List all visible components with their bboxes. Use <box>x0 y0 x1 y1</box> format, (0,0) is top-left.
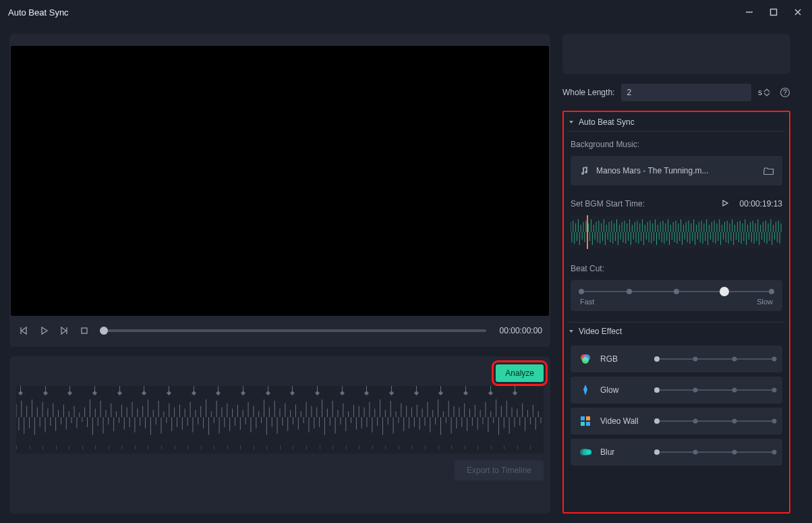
music-note-icon <box>579 165 589 176</box>
play-button[interactable] <box>38 325 50 337</box>
analyze-wrap: Analyze <box>16 364 544 382</box>
maximize-icon <box>770 8 778 16</box>
timeline-panel: Analyze Export to Timeline <box>9 356 550 514</box>
close-button[interactable] <box>792 6 804 18</box>
window-title: Auto Beat Sync <box>8 7 743 18</box>
preview-panel: 00:00:00:00 <box>9 34 550 347</box>
stop-button[interactable] <box>78 325 90 337</box>
effect-video-wall-slider[interactable] <box>657 420 774 422</box>
maximize-button[interactable] <box>767 6 780 18</box>
timeline-ruler <box>16 443 544 452</box>
whole-length-row: Whole Length: s <box>562 84 790 101</box>
section-auto-beat-sync-header[interactable]: Auto Beat Sync <box>568 113 785 132</box>
bgm-start-row: Set BGM Start Time: 00:00:19:13 <box>571 199 782 209</box>
beat-cut-slider-row: Fast Slow <box>571 280 782 311</box>
effect-blur-icon <box>579 445 592 459</box>
stop-icon <box>80 326 89 335</box>
effect-glow-slider[interactable] <box>657 389 774 391</box>
audio-track[interactable] <box>16 386 544 453</box>
section-video-effect-title: Video Effect <box>579 327 622 336</box>
effect-rgb-label: RGB <box>600 354 649 364</box>
effect-rgb-slider[interactable] <box>657 358 774 360</box>
effect-row-video-wall[interactable]: Video Wall <box>571 408 782 435</box>
effect-rgb-icon <box>579 352 592 366</box>
svg-rect-9 <box>586 422 590 426</box>
effect-video-wall-icon <box>579 414 592 428</box>
playback-bar: 00:00:00:00 <box>11 316 549 346</box>
window-controls <box>743 6 804 18</box>
svg-rect-8 <box>581 422 585 426</box>
whole-length-spinner[interactable] <box>763 88 773 97</box>
chevron-down-icon <box>568 119 575 126</box>
svg-point-5 <box>582 357 589 364</box>
unit-label: s <box>758 88 762 97</box>
seek-thumb[interactable] <box>100 327 108 335</box>
bgm-start-time: 00:00:19:13 <box>740 199 782 209</box>
play-icon <box>39 326 49 335</box>
background-music-row[interactable]: Manos Mars - The Tunning.m... <box>571 156 782 186</box>
help-button[interactable] <box>780 87 790 98</box>
whole-length-label: Whole Length: <box>562 88 614 97</box>
svg-rect-6 <box>581 416 585 420</box>
beat-cut-slider[interactable] <box>581 291 772 292</box>
effect-row-blur[interactable]: Blur <box>571 439 782 466</box>
timecode-display: 00:00:00:00 <box>500 326 542 335</box>
svg-rect-1 <box>82 328 87 333</box>
chevron-down-icon <box>568 328 575 335</box>
export-button[interactable]: Export to Timeline <box>455 460 544 480</box>
beat-cut-fast-label: Fast <box>580 298 594 306</box>
section-auto-beat-sync-body: Background Music: Manos Mars - The Tunni… <box>568 132 785 322</box>
step-back-button[interactable] <box>18 325 30 337</box>
svg-rect-7 <box>586 416 590 420</box>
waveform-green-icon <box>571 215 782 249</box>
effect-row-rgb[interactable]: RGB <box>571 346 782 373</box>
inspector-top-box <box>562 34 790 74</box>
svg-point-12 <box>586 449 591 455</box>
help-icon <box>780 87 790 98</box>
effect-blur-label: Blur <box>600 447 649 457</box>
waveform-icon <box>16 394 544 440</box>
titlebar: Auto Beat Sync <box>0 0 812 24</box>
section-auto-beat-sync-title: Auto Beat Sync <box>579 117 635 127</box>
step-forward-icon <box>59 326 69 335</box>
seek-slider[interactable] <box>104 329 486 332</box>
preview-column: 00:00:00:00 Analyze Ex <box>0 24 560 523</box>
bgm-play-button[interactable] <box>721 199 730 209</box>
effect-glow-icon <box>579 383 592 397</box>
effect-blur-slider[interactable] <box>657 451 774 453</box>
step-back-icon <box>19 326 28 335</box>
bgm-playhead[interactable] <box>587 215 588 249</box>
bgm-start-label: Set BGM Start Time: <box>571 199 645 209</box>
minimize-button[interactable] <box>743 6 755 18</box>
inspector-column: Whole Length: s Auto Beat Sync Backgroun… <box>560 24 803 523</box>
beat-cut-group: Beat Cut: Fast Slow <box>571 264 782 311</box>
step-forward-button[interactable] <box>58 325 70 337</box>
section-video-effect-body: RGB Glow <box>568 340 785 467</box>
settings-panel: Auto Beat Sync Background Music: Manos M… <box>562 111 790 514</box>
effect-row-glow[interactable]: Glow <box>571 377 782 404</box>
section-video-effect-header[interactable]: Video Effect <box>568 322 785 340</box>
minimize-icon <box>745 8 753 16</box>
analyze-button[interactable]: Analyze <box>496 364 544 382</box>
whole-length-unit: s <box>758 88 773 97</box>
chevron-down-icon <box>763 92 770 97</box>
export-wrap: Export to Timeline <box>16 460 544 480</box>
folder-icon <box>763 165 774 176</box>
background-music-label: Background Music: <box>571 140 782 149</box>
background-music-name: Manos Mars - The Tunning.m... <box>596 166 757 175</box>
svg-rect-0 <box>771 9 777 16</box>
close-icon <box>794 8 802 16</box>
effect-glow-label: Glow <box>600 385 649 395</box>
whole-length-input[interactable] <box>621 84 751 101</box>
video-preview[interactable] <box>11 46 549 316</box>
beat-cut-label: Beat Cut: <box>571 264 782 273</box>
browse-music-button[interactable] <box>763 165 774 176</box>
effect-video-wall-label: Video Wall <box>600 416 649 426</box>
beat-cut-slow-label: Slow <box>757 298 773 306</box>
play-icon <box>721 199 729 207</box>
beat-cut-thumb[interactable] <box>720 287 729 296</box>
bgm-waveform[interactable] <box>571 215 782 249</box>
